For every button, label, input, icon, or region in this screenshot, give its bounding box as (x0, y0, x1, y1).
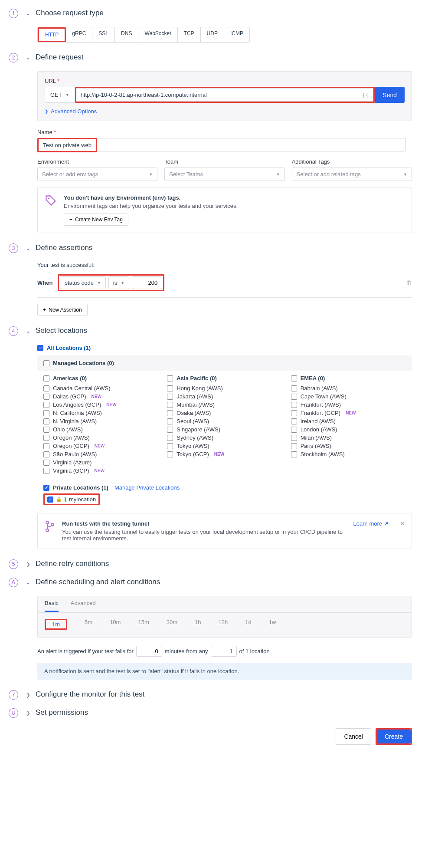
location-item[interactable]: Ohio (AWS) (43, 426, 158, 433)
cancel-button[interactable]: Cancel (336, 728, 371, 745)
checkbox-icon[interactable] (43, 402, 49, 408)
chevron-down-icon[interactable]: ⌄ (26, 579, 30, 585)
checkbox-icon[interactable] (291, 443, 297, 449)
location-item[interactable]: N. Virginia (AWS) (43, 418, 158, 424)
name-input[interactable]: Test on private web (39, 139, 96, 151)
chevron-down-icon[interactable]: ⌄ (26, 245, 30, 251)
advanced-options-link[interactable]: ❯Advanced Options (45, 108, 97, 115)
close-icon[interactable]: ✕ (400, 520, 405, 527)
checkbox-icon[interactable] (291, 402, 297, 408)
fail-minutes-input[interactable] (136, 646, 162, 657)
location-item[interactable]: Canada Central (AWS) (43, 385, 158, 391)
checkbox-icon[interactable] (43, 418, 49, 424)
trash-icon[interactable]: 🗑 (406, 279, 412, 286)
private-location-item[interactable]: mylocation (69, 496, 96, 503)
all-locations-header[interactable]: − All Locations (1) (37, 345, 412, 351)
interval-1h[interactable]: 1h (195, 619, 201, 630)
location-item[interactable]: Singapore (AWS) (167, 426, 282, 433)
location-item[interactable]: Osaka (AWS) (167, 410, 282, 416)
private-locations-header[interactable]: ✓ Private Locations (1) Manage Private L… (37, 484, 412, 491)
interval-30m[interactable]: 30m (167, 619, 177, 630)
assertion-type-select[interactable]: status code▼ (60, 276, 105, 289)
chevron-down-icon[interactable]: ⌄ (26, 55, 30, 61)
location-item[interactable]: Oregon (AWS) (43, 434, 158, 441)
tab-http[interactable]: HTTP (39, 29, 65, 41)
assertion-value-input[interactable] (132, 276, 162, 289)
location-item[interactable]: Oregon (GCP)NEW (43, 443, 158, 449)
checkbox-icon[interactable] (167, 451, 173, 457)
checkbox-icon[interactable] (43, 460, 49, 466)
checkbox-icon[interactable] (167, 410, 173, 416)
location-item[interactable]: Cape Town (AWS) (291, 393, 406, 400)
tab-udp[interactable]: UDP (201, 27, 224, 42)
location-item[interactable]: Tokyo (GCP)NEW (167, 451, 282, 457)
checkbox-icon[interactable] (167, 418, 173, 424)
tab-dns[interactable]: DNS (115, 27, 138, 42)
url-input[interactable]: http://ip-10-0-2-81.ap-northeast-1.compu… (76, 88, 374, 102)
location-item[interactable]: Virginia (Azure) (43, 459, 158, 466)
interval-1m[interactable]: 1m (52, 621, 60, 628)
location-item[interactable]: Seoul (AWS) (167, 418, 282, 424)
checkbox-icon[interactable] (43, 410, 49, 416)
checkbox-icon[interactable] (43, 360, 49, 366)
managed-locations-header[interactable]: Managed Locations (0) (37, 355, 412, 371)
create-env-tag-button[interactable]: +Create New Env Tag (64, 214, 128, 226)
checkbox-icon[interactable] (167, 385, 173, 391)
location-item[interactable]: Tokyo (AWS) (167, 443, 282, 449)
interval-15m[interactable]: 15m (138, 619, 149, 630)
americas-header[interactable]: Americas (0) (43, 375, 158, 381)
location-item[interactable]: Jakarta (AWS) (167, 393, 282, 400)
checkbox-indeterminate-icon[interactable]: − (37, 345, 43, 351)
tab-websocket[interactable]: WebSocket (138, 27, 177, 42)
tab-tcp[interactable]: TCP (178, 27, 201, 42)
location-item[interactable]: Milan (AWS) (291, 434, 406, 441)
location-item[interactable]: Frankfurt (AWS) (291, 401, 406, 408)
location-item[interactable]: Los Angeles (GCP)NEW (43, 401, 158, 408)
sched-tab-advanced[interactable]: Advanced (71, 600, 96, 612)
checkbox-icon[interactable] (43, 375, 49, 381)
interval-10m[interactable]: 10m (110, 619, 121, 630)
checkbox-icon[interactable] (167, 402, 173, 408)
location-item[interactable]: Mumbai (AWS) (167, 401, 282, 408)
environment-select[interactable]: Select or add env tags▼ (37, 168, 157, 181)
location-item[interactable]: N. California (AWS) (43, 410, 158, 416)
checkbox-icon[interactable] (167, 443, 173, 449)
location-item[interactable]: Stockholm (AWS) (291, 451, 406, 457)
checkbox-icon[interactable] (291, 394, 297, 400)
create-button[interactable]: Create (377, 730, 411, 743)
checkbox-icon[interactable] (291, 385, 297, 391)
chevron-right-icon[interactable]: ❯ (26, 710, 30, 716)
location-item[interactable]: Frankfurt (GCP)NEW (291, 410, 406, 416)
checkbox-icon[interactable] (43, 394, 49, 400)
checkbox-icon[interactable] (291, 451, 297, 457)
checkbox-icon[interactable] (43, 451, 49, 457)
checkbox-checked-icon[interactable]: ✓ (43, 485, 49, 491)
chevron-down-icon[interactable]: ⌄ (26, 10, 30, 16)
tab-grpc[interactable]: gRPC (66, 27, 92, 42)
location-item[interactable]: Ireland (AWS) (291, 418, 406, 424)
interval-1d[interactable]: 1d (245, 619, 251, 630)
location-item[interactable]: São Paulo (AWS) (43, 451, 158, 457)
checkbox-icon[interactable] (43, 427, 49, 433)
location-item[interactable]: Paris (AWS) (291, 443, 406, 449)
asia-pacific-header[interactable]: Asia Pacific (0) (167, 375, 282, 381)
checkbox-icon[interactable] (167, 375, 173, 381)
checkbox-icon[interactable] (167, 394, 173, 400)
location-item[interactable]: Bahrain (AWS) (291, 385, 406, 391)
interval-5m[interactable]: 5m (85, 619, 92, 630)
checkbox-icon[interactable] (291, 427, 297, 433)
checkbox-icon[interactable] (43, 468, 49, 474)
tab-icmp[interactable]: ICMP (224, 27, 249, 42)
assertion-operator-select[interactable]: is▼ (108, 276, 129, 289)
interval-12h[interactable]: 12h (218, 619, 228, 630)
checkbox-icon[interactable] (43, 443, 49, 449)
learn-more-link[interactable]: Learn more ↗ (353, 520, 389, 527)
checkbox-icon[interactable] (43, 385, 49, 391)
tab-ssl[interactable]: SSL (92, 27, 115, 42)
new-assertion-button[interactable]: +New Assertion (37, 304, 88, 316)
checkbox-icon[interactable] (167, 427, 173, 433)
location-item[interactable]: London (AWS) (291, 426, 406, 433)
http-method-select[interactable]: GET▼ (45, 87, 75, 103)
location-item[interactable]: Dallas (GCP)NEW (43, 393, 158, 400)
location-item[interactable]: Virginia (GCP)NEW (43, 467, 158, 474)
